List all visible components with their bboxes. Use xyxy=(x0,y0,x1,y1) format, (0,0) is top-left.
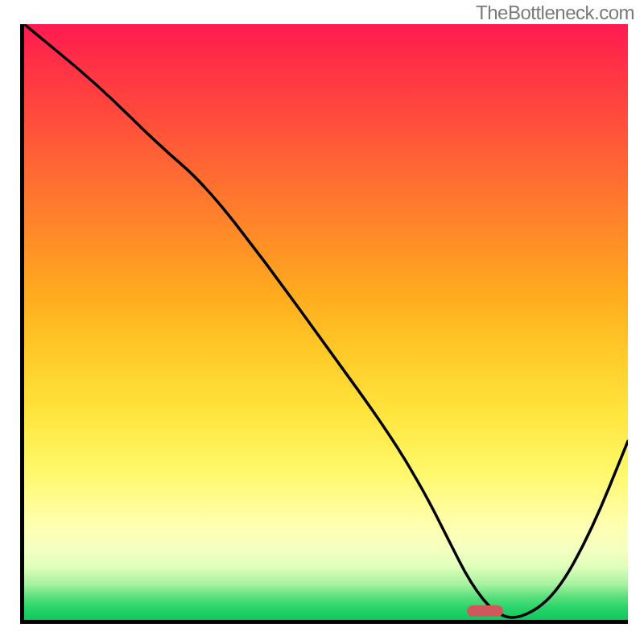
watermark-text: TheBottleneck.com xyxy=(476,2,634,24)
axes xyxy=(20,24,628,624)
plot-area xyxy=(20,24,628,624)
chart-canvas: TheBottleneck.com xyxy=(0,0,644,644)
